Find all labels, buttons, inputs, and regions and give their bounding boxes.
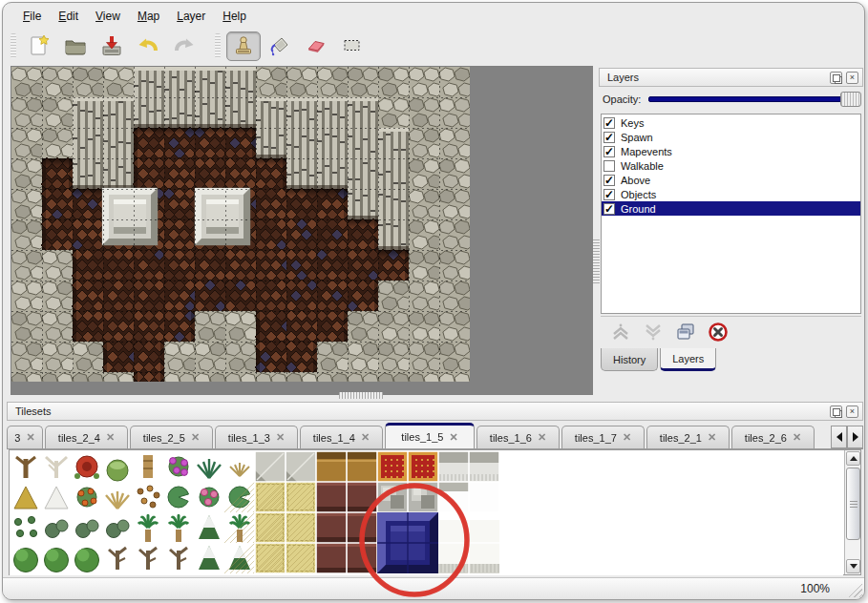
layer-list: ✓Keys✓Spawn✓MapeventsWalkable✓Above✓Obje…: [601, 114, 861, 314]
float-tilesets-icon[interactable]: [830, 405, 842, 418]
menu-layer[interactable]: Layer: [177, 10, 205, 23]
layer-row-ground[interactable]: ✓Ground: [602, 201, 860, 216]
toolbar-drag-handle-2[interactable]: [215, 33, 221, 58]
layer-label: Objects: [621, 189, 656, 200]
layer-row-mapevents[interactable]: ✓Mapevents: [602, 144, 860, 158]
palette-scrollbar[interactable]: [844, 450, 860, 574]
checkbox-checked-icon[interactable]: ✓: [603, 175, 615, 186]
new-file-icon: [27, 33, 52, 58]
tab-layers[interactable]: Layers: [660, 348, 716, 371]
checkbox-checked-icon[interactable]: ✓: [603, 189, 615, 200]
tileset-tab-tiles_2_1[interactable]: tiles_2_1✕: [646, 426, 730, 448]
rect-select-tool-button[interactable]: [335, 31, 370, 61]
save-file-button[interactable]: [95, 31, 129, 61]
close-panel-icon[interactable]: ×: [846, 72, 858, 84]
layer-row-walkable[interactable]: Walkable: [602, 158, 860, 173]
horizontal-splitter-grip[interactable]: [339, 392, 383, 399]
dock-bottom-tabs: HistoryLayers: [601, 348, 718, 371]
tileset-tab-label: tiles_1_5: [401, 431, 443, 443]
palette-scrollbar-thumb[interactable]: [846, 468, 860, 540]
close-tab-icon[interactable]: ✕: [538, 431, 546, 444]
menu-view[interactable]: View: [95, 10, 120, 23]
float-panel-icon[interactable]: [830, 72, 842, 84]
menu-map[interactable]: Map: [138, 10, 159, 23]
close-tilesets-icon[interactable]: ×: [846, 405, 858, 418]
tileset-tab-label: 3: [14, 432, 20, 444]
opacity-label: Opacity:: [603, 94, 641, 105]
redo-button[interactable]: [167, 31, 201, 61]
open-file-icon: [63, 33, 88, 58]
new-file-button[interactable]: [22, 31, 56, 61]
checkbox-checked-icon[interactable]: ✓: [603, 132, 615, 143]
tileset-tab-tiles_1_5[interactable]: tiles_1_5✕: [385, 423, 475, 448]
tileset-tab-label: tiles_1_7: [575, 432, 617, 444]
menu-edit[interactable]: Edit: [58, 10, 78, 23]
tileset-tab-label: tiles_2_5: [143, 432, 185, 444]
tab-history[interactable]: History: [601, 348, 658, 371]
scroll-up-icon[interactable]: [846, 451, 860, 466]
tileset-tab-tiles_2_4[interactable]: tiles_2_4✕: [45, 426, 128, 448]
tileset-palette-canvas[interactable]: [10, 450, 843, 575]
layer-label: Spawn: [621, 132, 653, 143]
tileset-tab-tiles_1_3[interactable]: tiles_1_3✕: [215, 426, 298, 448]
close-tab-icon[interactable]: ✕: [106, 431, 115, 444]
close-tab-icon[interactable]: ✕: [449, 431, 457, 444]
tileset-tab-label: tiles_2_6: [745, 432, 787, 444]
stamp-icon: [231, 33, 256, 58]
tileset-tab-tiles_1_6[interactable]: tiles_1_6✕: [476, 426, 560, 448]
scroll-down-icon[interactable]: [846, 559, 860, 573]
layer-buttons-row: [601, 316, 861, 346]
checkbox-checked-icon[interactable]: ✓: [603, 146, 615, 157]
layer-row-above[interactable]: ✓Above: [602, 173, 860, 187]
tileset-tab-tiles_1_7[interactable]: tiles_1_7✕: [561, 426, 645, 448]
rect-select-icon: [340, 33, 365, 58]
close-tab-icon[interactable]: ✕: [623, 431, 631, 444]
tilesets-dock-titlebar: Tilesets ×: [7, 402, 863, 421]
close-tab-icon[interactable]: ✕: [191, 431, 200, 444]
eraser-tool-button[interactable]: [299, 31, 333, 61]
tileset-tab-tiles_2_5[interactable]: tiles_2_5✕: [130, 426, 213, 448]
opacity-slider-groove: [648, 96, 861, 102]
close-tab-icon[interactable]: ✕: [276, 431, 285, 444]
layer-label: Ground: [621, 203, 656, 215]
close-tab-icon[interactable]: ✕: [708, 431, 716, 444]
layers-dock-titlebar: Layers ×: [599, 68, 863, 87]
scroll-tabs-left-icon[interactable]: [831, 426, 847, 448]
tileset-tab-tiles_1_4[interactable]: tiles_1_4✕: [300, 426, 383, 448]
toolbar: [3, 29, 864, 63]
app-window: FileEditViewMapLayerHelp: [2, 2, 865, 600]
close-tab-icon[interactable]: ✕: [793, 431, 801, 444]
layer-row-keys[interactable]: ✓Keys: [602, 115, 860, 130]
stamp-tool-button[interactable]: [226, 31, 261, 61]
close-tab-icon[interactable]: ✕: [26, 431, 34, 444]
move-layer-up-button[interactable]: [610, 322, 631, 342]
delete-layer-button[interactable]: [708, 322, 729, 342]
move-layer-down-button[interactable]: [643, 322, 664, 342]
menu-bar: FileEditViewMapLayerHelp: [3, 7, 864, 28]
open-file-button[interactable]: [58, 31, 93, 61]
map-canvas-area[interactable]: [11, 66, 593, 395]
checkbox-checked-icon[interactable]: ✓: [603, 117, 615, 129]
map-canvas[interactable]: [11, 67, 592, 394]
opacity-slider[interactable]: [648, 92, 861, 107]
checkbox-unchecked-icon[interactable]: [603, 160, 615, 172]
menu-help[interactable]: Help: [222, 10, 246, 23]
tileset-tab-3[interactable]: 3✕: [7, 426, 43, 448]
scroll-tabs-right-icon[interactable]: [847, 426, 863, 448]
duplicate-layer-button[interactable]: [675, 322, 696, 342]
resize-grip[interactable]: [845, 580, 862, 597]
tileset-tab-label: tiles_1_6: [490, 432, 532, 444]
checkbox-checked-icon[interactable]: ✓: [603, 203, 615, 215]
layer-row-objects[interactable]: ✓Objects: [602, 187, 860, 201]
tileset-palette-area[interactable]: [9, 449, 861, 575]
opacity-slider-handle[interactable]: [840, 92, 861, 107]
layer-row-spawn[interactable]: ✓Spawn: [602, 130, 860, 144]
tileset-tab-bar: 3✕tiles_2_4✕tiles_2_5✕tiles_1_3✕tiles_1_…: [7, 423, 863, 449]
tileset-tab-tiles_2_6[interactable]: tiles_2_6✕: [731, 426, 815, 448]
fill-tool-button[interactable]: [263, 31, 297, 61]
menu-file[interactable]: File: [23, 10, 41, 23]
toolbar-drag-handle[interactable]: [11, 33, 16, 58]
undo-icon: [136, 33, 160, 58]
close-tab-icon[interactable]: ✕: [361, 431, 370, 444]
undo-button[interactable]: [131, 31, 165, 61]
